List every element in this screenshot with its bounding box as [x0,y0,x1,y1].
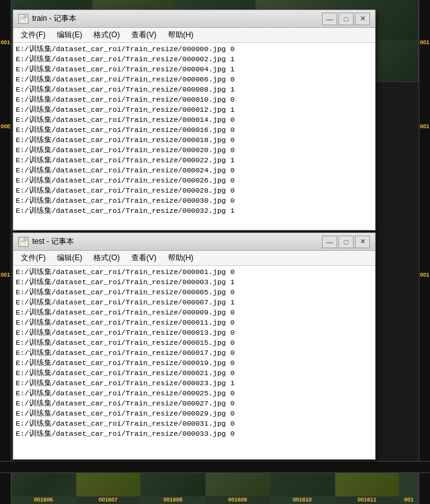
thumbnail-001606[interactable]: 001606 [11,473,76,504]
train-content-line: E:/训练集/dataset_car_roi/Train_resize/0000… [16,206,373,216]
test-content-line: E:/训练集/dataset_car_roi/Train_resize/0000… [16,318,373,328]
thumbnail-label-001608: 001608 [164,496,182,503]
test-content-lines: E:/训练集/dataset_car_roi/Train_resize/0000… [16,267,373,439]
right-side-panel: 001 001 001 [419,0,430,461]
test-content-line: E:/训练集/dataset_car_roi/Train_resize/0000… [16,368,373,378]
train-window-controls: — □ ✕ [322,13,370,25]
thumbnail-001609[interactable]: 001609 [206,473,271,504]
train-close-button[interactable]: ✕ [355,13,370,25]
train-content-line: E:/训练集/dataset_car_roi/Train_resize/0000… [16,186,373,196]
train-content-line: E:/训练集/dataset_car_roi/Train_resize/0000… [16,155,373,165]
thumbnail-label-001606: 001606 [34,496,53,503]
train-menu-file[interactable]: 文件(F) [16,28,51,42]
thumbnail-001611[interactable]: 001611 [335,473,400,504]
train-content-line: E:/训练集/dataset_car_roi/Train_resize/0000… [16,115,373,125]
test-content-line: E:/训练集/dataset_car_roi/Train_resize/0000… [16,308,373,318]
train-content-line: E:/训练集/dataset_car_roi/Train_resize/0000… [16,135,373,145]
train-content-line: E:/训练集/dataset_car_roi/Train_resize/0000… [16,145,373,155]
test-content-line: E:/训练集/dataset_car_roi/Train_resize/0000… [16,338,373,348]
test-close-button[interactable]: ✕ [355,236,370,248]
train-menubar: 文件(F) 编辑(E) 格式(O) 查看(V) 帮助(H) [13,28,375,43]
thumbnail-label-partial: 001 [404,496,414,503]
thumbnail-label-001611: 001611 [357,496,376,503]
test-content-line: E:/训练集/dataset_car_roi/Train_resize/0000… [16,287,373,297]
train-content-line: E:/训练集/dataset_car_roi/Train_resize/0000… [16,125,373,135]
test-menubar: 文件(F) 编辑(E) 格式(O) 查看(V) 帮助(H) [13,251,375,266]
test-window-controls: — □ ✕ [322,236,370,248]
train-notepad-window: train - 记事本 — □ ✕ 文件(F) 编辑(E) 格式(O) 查看(V… [13,9,376,231]
train-content-line: E:/训练集/dataset_car_roi/Train_resize/0000… [16,165,373,176]
test-content-line: E:/训练集/dataset_car_roi/Train_resize/0000… [16,419,373,429]
train-content-line: E:/训练集/dataset_car_roi/Train_resize/0000… [16,196,373,206]
thumbnail-001610[interactable]: 001610 [270,473,335,504]
train-titlebar[interactable]: train - 记事本 — □ ✕ [13,10,375,28]
thumbnail-partial[interactable]: 001 [400,473,419,504]
bottom-thumbnail-strip: 001606 001607 001608 001609 001610 00161… [0,472,430,504]
train-content-line: E:/训练集/dataset_car_roi/Train_resize/0000… [16,54,373,64]
test-content-line: E:/训练集/dataset_car_roi/Train_resize/0000… [16,399,373,409]
left-side-panel: 001 00E 001 [0,0,11,461]
test-content-line: E:/训练集/dataset_car_roi/Train_resize/0000… [16,429,373,439]
train-menu-format[interactable]: 格式(O) [88,28,124,42]
test-menu-view[interactable]: 查看(V) [126,251,162,265]
test-window-icon [18,237,28,247]
train-menu-view[interactable]: 查看(V) [126,28,162,42]
test-minimize-button[interactable]: — [322,236,337,248]
test-content-line: E:/训练集/dataset_car_roi/Train_resize/0000… [16,378,373,388]
train-maximize-button[interactable]: □ [338,13,354,25]
thumbnail-label-001607: 001607 [99,496,117,503]
train-menu-help[interactable]: 帮助(H) [163,28,199,42]
train-window-title: train - 记事本 [32,13,322,24]
svg-rect-4 [24,15,27,18]
test-content-area[interactable]: E:/训练集/dataset_car_roi/Train_resize/0000… [13,266,375,459]
test-titlebar[interactable]: test - 记事本 — □ ✕ [13,233,375,251]
train-content-lines: E:/训练集/dataset_car_roi/Train_resize/0000… [16,44,373,216]
thumbnail-label-001609: 001609 [228,496,247,503]
train-content-line: E:/训练集/dataset_car_roi/Train_resize/0000… [16,95,373,105]
test-content-line: E:/训练集/dataset_car_roi/Train_resize/0000… [16,297,373,308]
test-content-line: E:/训练集/dataset_car_roi/Train_resize/0000… [16,348,373,358]
thumbnail-001607[interactable]: 001607 [76,473,141,504]
test-menu-format[interactable]: 格式(O) [88,251,124,265]
test-content-line: E:/训练集/dataset_car_roi/Train_resize/0000… [16,358,373,368]
train-content-line: E:/训练集/dataset_car_roi/Train_resize/0000… [16,44,373,54]
svg-rect-9 [24,238,27,241]
train-content-line: E:/训练集/dataset_car_roi/Train_resize/0000… [16,105,373,115]
test-content-line: E:/训练集/dataset_car_roi/Train_resize/0000… [16,277,373,287]
test-content-line: E:/训练集/dataset_car_roi/Train_resize/0000… [16,328,373,338]
train-content-line: E:/训练集/dataset_car_roi/Train_resize/0000… [16,64,373,75]
test-notepad-window: test - 记事本 — □ ✕ 文件(F) 编辑(E) 格式(O) 查看(V)… [13,232,376,460]
train-content-line: E:/训练集/dataset_car_roi/Train_resize/0000… [16,75,373,85]
test-content-line: E:/训练集/dataset_car_roi/Train_resize/0000… [16,409,373,419]
thumbnail-001608[interactable]: 001608 [141,473,206,504]
test-menu-help[interactable]: 帮助(H) [163,251,199,265]
train-window-icon [18,14,28,24]
train-content-area[interactable]: E:/训练集/dataset_car_roi/Train_resize/0000… [13,43,375,230]
train-content-line: E:/训练集/dataset_car_roi/Train_resize/0000… [16,176,373,186]
train-content-line: E:/训练集/dataset_car_roi/Train_resize/0000… [16,85,373,95]
test-content-line: E:/训练集/dataset_car_roi/Train_resize/0000… [16,267,373,277]
test-menu-edit[interactable]: 编辑(E) [52,251,87,265]
test-content-line: E:/训练集/dataset_car_roi/Train_resize/0000… [16,388,373,399]
train-minimize-button[interactable]: — [322,13,337,25]
train-menu-edit[interactable]: 编辑(E) [52,28,87,42]
test-menu-file[interactable]: 文件(F) [16,251,51,265]
test-window-title: test - 记事本 [32,236,322,247]
thumbnail-label-001610: 001610 [293,496,312,503]
test-maximize-button[interactable]: □ [338,236,354,248]
